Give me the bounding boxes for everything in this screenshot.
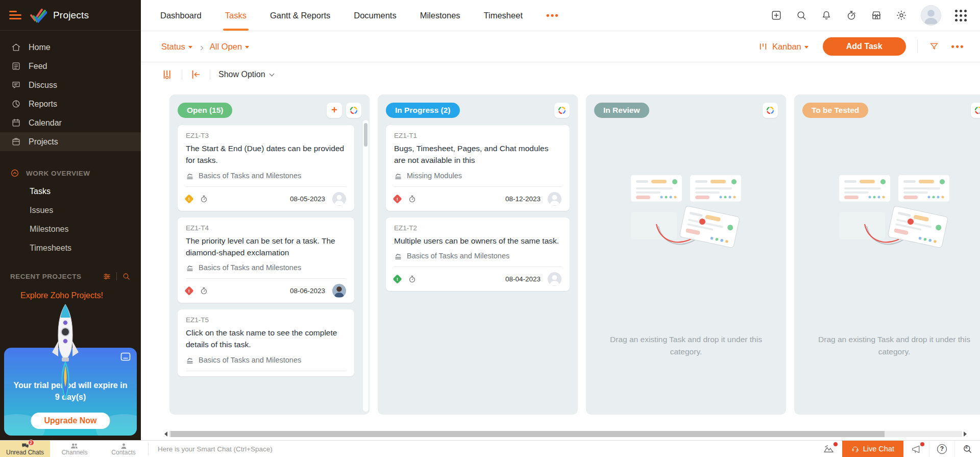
explore-zoho-projects-link[interactable]: Explore Zoho Projects! (0, 291, 141, 300)
channels-tab[interactable]: Channels (50, 441, 99, 457)
sidebar-item-tasks[interactable]: Tasks (0, 182, 141, 201)
milestone-label: Basics of Tasks and Milestones (199, 263, 301, 272)
column-status-badge: In Review (594, 103, 649, 118)
user-avatar[interactable] (921, 5, 941, 26)
board-horizontal-scrollbar (164, 430, 967, 437)
avatar-person-icon (332, 192, 346, 206)
sidebar-item-timesheets[interactable]: Timesheets (0, 238, 141, 257)
announcements-icon[interactable] (903, 441, 929, 457)
kanban-view-icon (758, 42, 768, 51)
section-title: WORK OVERVIEW (26, 170, 90, 177)
sidebar-item-feed[interactable]: Feed (0, 57, 141, 76)
upgrade-now-button[interactable]: Upgrade Now (31, 413, 110, 429)
scrollbar-thumb[interactable] (170, 431, 885, 437)
minimize-banner-icon[interactable] (120, 352, 131, 361)
tab-gantt-reports[interactable]: Gantt & Reports (270, 0, 330, 31)
tab-dashboard[interactable]: Dashboard (160, 0, 202, 31)
header-icons (771, 5, 967, 26)
task-id: EZ1-T1 (394, 132, 561, 139)
column-scrollbar-thumb[interactable] (364, 123, 368, 147)
show-option-dropdown[interactable]: Show Option (218, 70, 274, 79)
filter-dropdown[interactable]: All Open (210, 42, 249, 52)
tab-tasks[interactable]: Tasks (225, 0, 247, 31)
sub-item-label: Tasks (30, 187, 51, 196)
breadcrumb-separator (200, 42, 203, 52)
settings-gear-icon[interactable] (896, 10, 907, 21)
status-dropdown[interactable]: Status (161, 42, 192, 52)
scroll-right-arrow[interactable] (964, 431, 967, 437)
task-card[interactable]: EZ1-T2 Multiple users can be owners of t… (386, 218, 570, 291)
app-switcher-grid-icon[interactable] (955, 10, 967, 21)
refresh-column-button[interactable] (971, 103, 980, 118)
assignee-avatar-photo[interactable] (332, 284, 346, 298)
sidebar-item-reports[interactable]: Reports (0, 94, 141, 113)
refresh-column-button[interactable] (763, 103, 778, 118)
sidebar-item-milestones[interactable]: Milestones (0, 220, 141, 238)
add-card-button[interactable]: + (327, 103, 342, 118)
more-options-icon[interactable]: ••• (951, 41, 965, 52)
help-icon[interactable]: ? (929, 441, 954, 457)
zia-assistant-icon[interactable] (816, 441, 842, 457)
milestone-icon (186, 263, 194, 272)
notifications-bell-icon[interactable] (821, 10, 832, 21)
scrollbar-track[interactable] (169, 431, 962, 437)
milestone-label: Missing Modules (407, 172, 462, 180)
priority-medium-icon: ! (184, 194, 193, 203)
sidebar-item-issues[interactable]: Issues (0, 201, 141, 220)
task-card[interactable]: EZ1-T1 Bugs, Timesheet, Pages, and Chat … (386, 125, 570, 211)
scroll-left-arrow[interactable] (164, 431, 167, 437)
discuss-icon (11, 80, 21, 90)
status-label: Status (161, 42, 185, 52)
avatar-person-icon (548, 272, 561, 286)
trial-banner: Your trial period will expire in 9 day(s… (4, 348, 137, 436)
sidebar-item-home[interactable]: Home (0, 38, 141, 57)
assignee-avatar[interactable] (548, 192, 561, 206)
kanban-board: Show Option Open (15) + (141, 62, 980, 440)
tab-label: Documents (354, 11, 396, 20)
divider (210, 69, 210, 80)
recent-projects-header: RECENT PROJECTS (0, 268, 141, 285)
smart-chat-input[interactable] (158, 445, 816, 453)
kanban-settings-icon[interactable] (162, 69, 174, 80)
refresh-column-button[interactable] (554, 103, 570, 118)
view-selector-dropdown[interactable]: Kanban (772, 42, 808, 52)
sidebar-item-calendar[interactable]: Calendar (0, 113, 141, 132)
sidebar-item-discuss[interactable]: Discuss (0, 76, 141, 94)
quick-add-icon[interactable] (771, 10, 782, 21)
assignee-avatar[interactable] (548, 272, 561, 286)
marketplace-store-icon[interactable] (871, 10, 882, 21)
column-in-review: In Review (586, 94, 786, 415)
task-card[interactable]: EZ1-T4 The priority level can be set for… (178, 218, 354, 303)
tab-timesheet[interactable]: Timesheet (484, 0, 523, 31)
search-icon[interactable] (796, 10, 807, 21)
task-card[interactable]: EZ1-T5 Click on the task name to see the… (178, 309, 354, 376)
timer-icon[interactable] (846, 10, 857, 21)
unread-chats-tab[interactable]: 2 Unread Chats (0, 441, 50, 457)
reports-icon (11, 99, 21, 109)
work-overview-header[interactable]: WORK OVERVIEW (0, 164, 141, 182)
tabs-overflow-icon[interactable]: ••• (546, 0, 559, 31)
assignee-avatar[interactable] (332, 192, 346, 206)
due-date: 08-12-2023 (505, 195, 541, 203)
add-task-button[interactable]: Add Task (823, 37, 906, 56)
sidebar-item-projects[interactable]: Projects (0, 132, 141, 151)
live-chat-button[interactable]: Live Chat (842, 441, 903, 457)
contacts-tab[interactable]: Contacts (99, 441, 148, 457)
tab-milestones[interactable]: Milestones (420, 0, 460, 31)
refresh-column-button[interactable] (346, 103, 361, 118)
smart-chat-bar: 2 Unread Chats Channels Contacts (0, 440, 980, 457)
hamburger-menu-icon[interactable] (9, 9, 21, 21)
collapse-columns-icon[interactable] (190, 69, 202, 80)
search-projects-icon[interactable] (122, 272, 131, 281)
zoom-level-icon[interactable]: 2 (954, 441, 980, 457)
sub-item-label: Milestones (30, 225, 68, 234)
filter-sliders-icon[interactable] (103, 272, 111, 281)
task-id: EZ1-T4 (186, 224, 346, 232)
filter-funnel-icon[interactable] (929, 41, 939, 52)
task-card[interactable]: EZ1-T3 The Start & End (Due) dates can b… (178, 125, 354, 211)
tab-label: Milestones (420, 11, 460, 20)
tab-label: Channels (62, 449, 88, 456)
milestone-label: Basics of Tasks and Milestones (199, 356, 301, 364)
caret-down-icon (804, 46, 808, 49)
tab-documents[interactable]: Documents (354, 0, 396, 31)
